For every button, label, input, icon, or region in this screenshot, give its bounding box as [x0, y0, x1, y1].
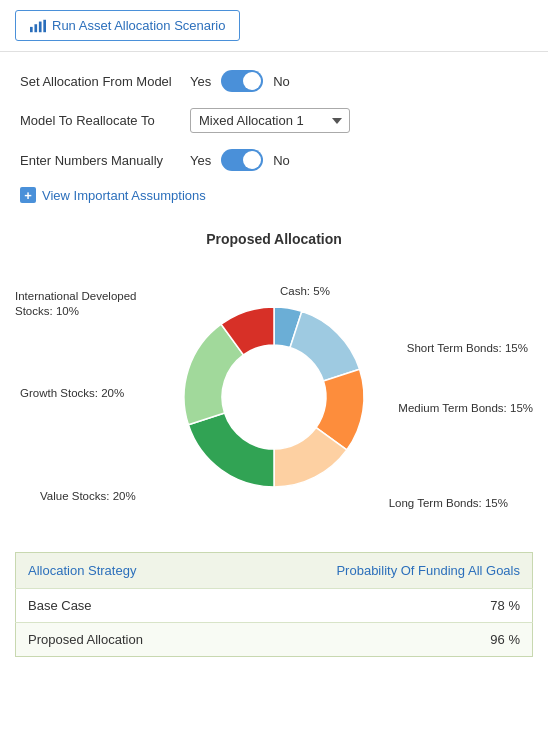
assumptions-link[interactable]: View Important Assumptions — [42, 188, 206, 203]
enter-numbers-toggle[interactable] — [221, 149, 263, 171]
set-allocation-yes-label: Yes — [190, 74, 211, 89]
table-section: Allocation Strategy Probability Of Fundi… — [0, 542, 548, 672]
label-short-bonds: Short Term Bonds: 15% — [407, 342, 528, 354]
svg-rect-3 — [43, 19, 46, 31]
col-probability-header: Probability Of Funding All Goals — [223, 553, 533, 589]
probability-cell: 78 % — [223, 589, 533, 623]
chart-container: Cash: 5% Short Term Bonds: 15% Medium Te… — [10, 257, 538, 537]
donut-segment — [188, 413, 274, 487]
svg-rect-0 — [30, 26, 33, 31]
chart-section: Proposed Allocation Cash: 5% Short Term … — [0, 221, 548, 542]
chart-icon — [30, 19, 46, 33]
model-row: Model To Reallocate To Mixed Allocation … — [20, 108, 528, 133]
header-bar: Run Asset Allocation Scenario — [0, 0, 548, 52]
table-row: Base Case 78 % — [16, 589, 533, 623]
set-allocation-toggle[interactable] — [221, 70, 263, 92]
chart-title: Proposed Allocation — [10, 231, 538, 247]
label-value-stocks: Value Stocks: 20% — [40, 490, 136, 502]
label-growth-stocks: Growth Stocks: 20% — [20, 387, 124, 399]
form-section: Set Allocation From Model Yes No Model T… — [0, 52, 548, 221]
table-header-row: Allocation Strategy Probability Of Fundi… — [16, 553, 533, 589]
model-label: Model To Reallocate To — [20, 113, 180, 128]
strategy-cell: Base Case — [16, 589, 223, 623]
plus-icon[interactable]: + — [20, 187, 36, 203]
assumptions-row: + View Important Assumptions — [20, 187, 528, 203]
enter-numbers-label: Enter Numbers Manually — [20, 153, 180, 168]
run-button-label: Run Asset Allocation Scenario — [52, 18, 225, 33]
set-allocation-no-label: No — [273, 74, 290, 89]
donut-segment — [290, 311, 360, 381]
svg-rect-2 — [39, 21, 42, 32]
svg-rect-1 — [34, 24, 37, 32]
run-scenario-button[interactable]: Run Asset Allocation Scenario — [15, 10, 240, 41]
strategy-cell: Proposed Allocation — [16, 623, 223, 657]
enter-numbers-slider — [221, 149, 263, 171]
table-body: Base Case 78 % Proposed Allocation 96 % — [16, 589, 533, 657]
label-medium-bonds: Medium Term Bonds: 15% — [398, 402, 533, 414]
enter-numbers-yes-label: Yes — [190, 153, 211, 168]
label-intl-stocks: International Developed Stocks: 10% — [15, 289, 175, 319]
set-allocation-slider — [221, 70, 263, 92]
enter-numbers-row: Enter Numbers Manually Yes No — [20, 149, 528, 171]
label-long-bonds: Long Term Bonds: 15% — [389, 497, 508, 509]
col-strategy-header: Allocation Strategy — [16, 553, 223, 589]
table-row: Proposed Allocation 96 % — [16, 623, 533, 657]
model-dropdown[interactable]: Mixed Allocation 1 Mixed Allocation 2 Co… — [190, 108, 350, 133]
set-allocation-label: Set Allocation From Model — [20, 74, 180, 89]
set-allocation-row: Set Allocation From Model Yes No — [20, 70, 528, 92]
enter-numbers-no-label: No — [273, 153, 290, 168]
donut-chart-real — [164, 287, 384, 507]
label-cash: Cash: 5% — [280, 285, 330, 297]
allocation-table: Allocation Strategy Probability Of Fundi… — [15, 552, 533, 657]
probability-cell: 96 % — [223, 623, 533, 657]
